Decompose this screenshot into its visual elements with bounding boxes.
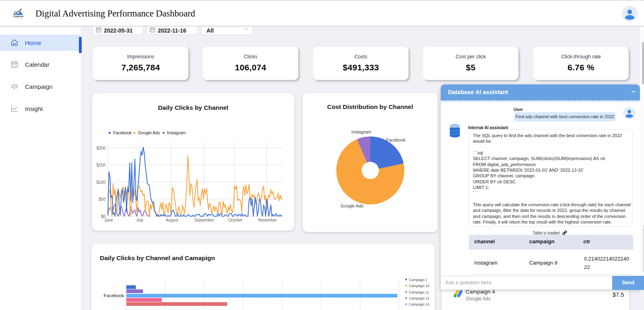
svg-text:$50: $50	[99, 197, 105, 201]
svg-text:September: September	[194, 218, 215, 222]
svg-text:Campaign 10: Campaign 10	[409, 284, 429, 288]
svg-text:November: November	[258, 218, 277, 222]
svg-text:Google Ads: Google Ads	[138, 130, 160, 135]
svg-text:Google Ads: Google Ads	[341, 203, 363, 208]
svg-text:$200: $200	[97, 146, 106, 150]
svg-text:Facebook: Facebook	[386, 138, 406, 142]
svg-text:$100: $100	[97, 180, 106, 185]
svg-text:Instagram: Instagram	[167, 130, 186, 135]
svg-text:July: July	[136, 218, 144, 222]
svg-text:Facebook: Facebook	[113, 130, 132, 135]
svg-text:$150: $150	[97, 163, 106, 167]
svg-text:COMPANY: COMPANY	[13, 16, 24, 18]
svg-text:Company tagline here: Company tagline here	[14, 18, 23, 19]
svg-text:Facebook: Facebook	[103, 293, 124, 298]
svg-text:August: August	[166, 218, 178, 222]
svg-text:Campaign 14: Campaign 14	[409, 302, 429, 306]
svg-text:Campaign 11: Campaign 11	[409, 290, 429, 294]
svg-text:Instagram: Instagram	[351, 129, 371, 134]
svg-text:Campaign 12: Campaign 12	[409, 296, 429, 300]
svg-text:October: October	[228, 218, 243, 222]
svg-text:Campaign 1: Campaign 1	[409, 278, 427, 282]
svg-text:June: June	[104, 218, 113, 222]
